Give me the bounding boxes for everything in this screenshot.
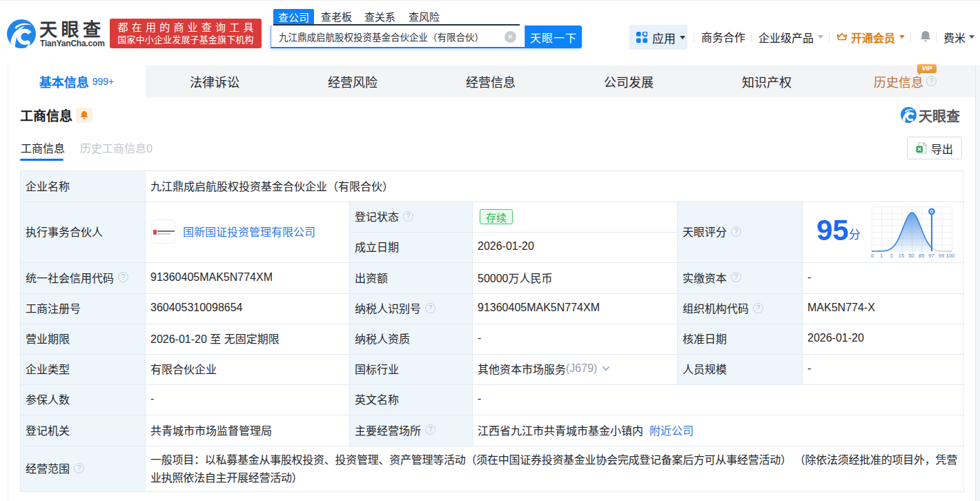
svg-text:100: 100 xyxy=(946,253,955,259)
svg-text:0: 0 xyxy=(871,253,874,259)
svg-text:50: 50 xyxy=(908,253,914,259)
svg-text:97: 97 xyxy=(928,253,934,259)
svg-text:3: 3 xyxy=(890,253,892,259)
svg-text:99: 99 xyxy=(939,253,944,259)
svg-text:1: 1 xyxy=(880,253,883,259)
svg-text:85: 85 xyxy=(919,253,924,259)
svg-text:15: 15 xyxy=(899,253,904,259)
